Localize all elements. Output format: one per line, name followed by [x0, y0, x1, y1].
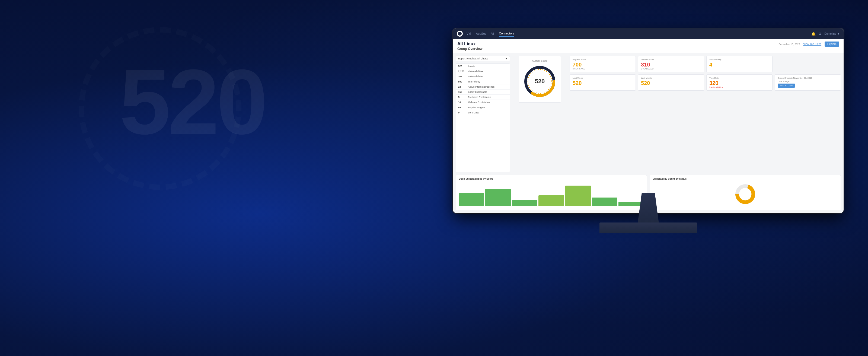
stat-label: Active Internet Breaches	[468, 86, 507, 88]
score-card-last-week: Last Week 520	[569, 75, 636, 91]
stat-label: Easily Exploitable	[468, 91, 507, 93]
score-last-week-value: 520	[572, 80, 633, 86]
page-header-right: December 13, 2022 View Top Fixes Explore	[778, 41, 839, 47]
dial-watermark	[79, 27, 241, 190]
score-card-last-month: Last Month 520	[638, 75, 704, 91]
content-row: Report Template: All Charts ▼ 525 Assets…	[453, 53, 844, 175]
nav-item-connectors[interactable]: Connectors	[499, 31, 514, 37]
stat-number: 18	[458, 86, 468, 88]
stat-label: Zero Days	[468, 111, 507, 114]
stat-label: Top Priority	[468, 80, 507, 83]
stat-number: 5	[458, 96, 468, 98]
donut-chart-title: Vulnerability Count by Status	[653, 177, 838, 180]
app-ui: VM AppSec VI Connectors 🔔 ⚙ Demo Inc ▼	[453, 29, 844, 213]
scores-grid-bottom: Last Week 520 Last Month 520 True Risk 3…	[569, 75, 841, 91]
nav-dropdown-icon: ▼	[837, 32, 840, 35]
scores-grid-top: Highest Score 700 3 YEARS AGO Lowest Sco…	[569, 56, 841, 72]
score-card-vuln-density: Vuln Density 4	[706, 56, 773, 72]
date-range-label: Date Range:	[778, 80, 838, 83]
current-score-label: Current Score	[532, 59, 547, 62]
score-last-month-value: 520	[641, 80, 701, 86]
score-vuln-density-value: 4	[709, 62, 770, 67]
table-row: 158 Easily Exploitable	[456, 90, 510, 95]
table-row: 69 Popular Targets	[456, 105, 510, 110]
stat-label: Malware Exploitable	[468, 101, 507, 103]
stat-number: 0	[458, 111, 468, 114]
score-lowest-label: Lowest Score	[641, 58, 701, 61]
page-header: All Linux Group Overview December 13, 20…	[453, 39, 844, 53]
stat-number: 890	[458, 80, 468, 83]
page-subtitle: Group Overview	[457, 47, 483, 51]
page-date: December 13, 2022	[778, 43, 800, 46]
stat-number: 525	[458, 65, 468, 67]
table-row: 0 Zero Days	[456, 110, 510, 115]
score-last-month-label: Last Month	[641, 77, 701, 79]
table-row: 18 Active Internet Breaches	[456, 84, 510, 90]
bar-chart-title: Open Vulnerabilities by Score	[459, 177, 644, 180]
stat-number: 158	[458, 91, 468, 93]
score-lowest-sub: 2 YEARS AGO	[641, 68, 701, 70]
table-row: 890 Top Priority	[456, 79, 510, 84]
nav-user-label: Demo Inc	[824, 32, 836, 35]
bar-1	[459, 193, 484, 206]
gauge-score-value: 520	[535, 78, 545, 85]
gear-icon[interactable]: ⚙	[818, 32, 822, 36]
view-top-fixes-link[interactable]: View Top Fixes	[803, 42, 822, 46]
score-true-risk-label: True Risk	[709, 77, 770, 79]
score-true-risk-value: 320	[709, 80, 770, 86]
table-row: 307 Vulnerabilities	[456, 74, 510, 79]
explore-button[interactable]: Explore	[825, 41, 839, 47]
date-range-button[interactable]: Past 30 Days	[778, 84, 795, 88]
center-panel: Current Score 520	[513, 56, 567, 172]
nav-right: 🔔 ⚙ Demo Inc ▼	[811, 32, 840, 36]
nav-logo-inner	[458, 32, 462, 35]
nav-items: VM AppSec VI Connectors	[467, 31, 811, 37]
stat-number: 307	[458, 75, 468, 78]
monitor-bezel: VM AppSec VI Connectors 🔔 ⚙ Demo Inc ▼	[453, 29, 844, 213]
left-panel: Report Template: All Charts ▼ 525 Assets…	[456, 56, 510, 172]
nav-item-vi[interactable]: VI	[491, 31, 494, 36]
bar-3	[512, 200, 537, 206]
bar-chart	[459, 182, 644, 206]
bar-5	[565, 186, 591, 206]
score-last-week-label: Last Week	[572, 77, 633, 79]
score-highest-sub: 3 YEARS AGO	[572, 68, 633, 70]
stat-number: 2,173	[458, 70, 468, 73]
donut-svg	[734, 183, 757, 206]
score-card-lowest: Lowest Score 310 2 YEARS AGO	[638, 56, 704, 72]
donut-chart-panel: Vulnerability Count by Status	[650, 175, 841, 210]
score-card-group-info: Group Created: November 29, 2019 Date Ra…	[775, 75, 841, 91]
group-created-label: Group Created: November 29, 2019	[778, 77, 838, 79]
score-vuln-density-label: Vuln Density	[709, 58, 770, 61]
page-title: All Linux	[457, 41, 483, 47]
score-lowest-value: 310	[641, 62, 701, 67]
top-nav: VM AppSec VI Connectors 🔔 ⚙ Demo Inc ▼	[453, 29, 844, 39]
report-template-select[interactable]: Report Template: All Charts ▼	[456, 56, 510, 61]
nav-item-appsec[interactable]: AppSec	[476, 31, 487, 36]
nav-user[interactable]: Demo Inc ▼	[824, 32, 840, 35]
stats-list: 525 Assets 2,173 Vulnerabilities 307 Vul…	[456, 63, 510, 172]
stat-label: Predicted Exploitable	[468, 96, 507, 98]
bar-chart-panel: Open Vulnerabilities by Score	[456, 175, 647, 210]
nav-item-vm[interactable]: VM	[467, 31, 471, 36]
bar-6	[592, 198, 617, 206]
gauge-container: Current Score 520	[519, 56, 561, 102]
stat-number: 69	[458, 106, 468, 109]
report-template-dropdown-icon: ▼	[505, 57, 507, 60]
table-row: 2,173 Vulnerabilities	[456, 69, 510, 74]
stat-label: Popular Targets	[468, 106, 507, 109]
score-card-true-risk: True Risk 320 3 Vulnerabilities	[706, 75, 773, 91]
nav-logo	[457, 31, 463, 37]
bar-2	[485, 189, 511, 206]
score-card-highest: Highest Score 700 3 YEARS AGO	[569, 56, 636, 72]
stat-label: Vulnerabilities	[468, 70, 507, 73]
gauge-svg-wrapper: 520	[522, 64, 557, 99]
table-row: 10 Malware Exploitable	[456, 100, 510, 105]
score-highest-value: 700	[572, 62, 633, 67]
report-template-label: Report Template: All Charts	[458, 57, 488, 60]
bell-icon[interactable]: 🔔	[811, 32, 816, 36]
right-panel: Highest Score 700 3 YEARS AGO Lowest Sco…	[569, 56, 841, 172]
stat-label: Vulnerabilities	[468, 75, 507, 78]
monitor-stand-base	[599, 222, 697, 233]
table-row: 5 Predicted Exploitable	[456, 95, 510, 100]
